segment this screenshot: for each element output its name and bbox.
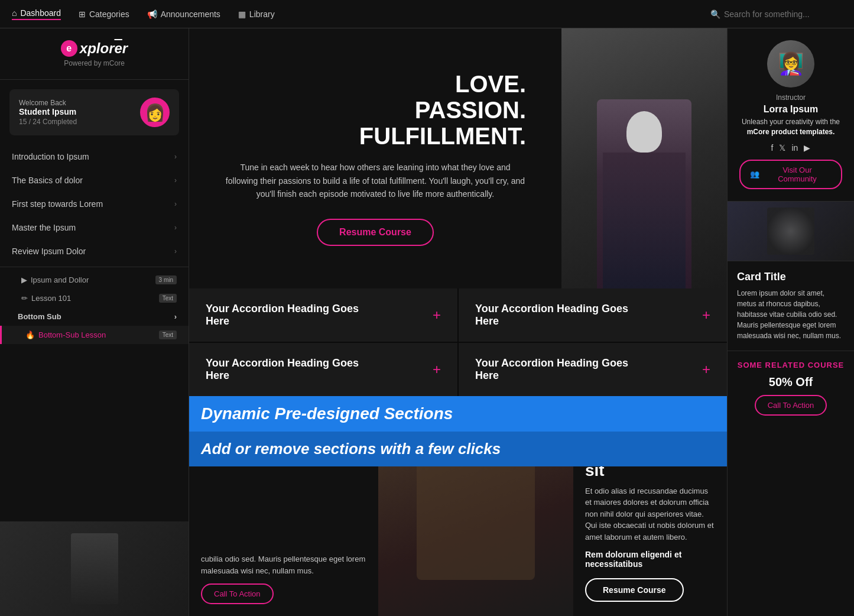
accordion-plus-icon-3: + xyxy=(433,361,441,378)
hero-image-placeholder xyxy=(561,28,727,288)
logo-text: xplorer xyxy=(80,40,128,57)
accordion-plus-icon-2: + xyxy=(702,307,710,323)
instructor-label: Instructor xyxy=(739,93,842,102)
sidebar-item-label: The Basics of dolor xyxy=(12,176,83,185)
x-icon[interactable]: 𝕏 xyxy=(779,143,785,153)
accordion-item-3[interactable]: Your Accordion Heading Goes Here + xyxy=(189,343,457,396)
hero-image xyxy=(561,28,727,288)
welcome-text: Welcome Back Student Ipsum 15 / 24 Compl… xyxy=(19,99,77,126)
lesson-item-ipsum-dollor[interactable]: ▶ Ipsum and Dollor 3 min xyxy=(0,271,189,289)
lesson-label: Lesson 101 xyxy=(31,294,71,303)
nav-dashboard-label: Dashboard xyxy=(20,8,61,18)
nav-items: Introduction to Ipsum › The Basics of do… xyxy=(0,145,189,344)
nav-divider xyxy=(0,267,189,267)
related-discount: 50% Off xyxy=(769,375,813,389)
sidebar-item-label: First step towards Lorem xyxy=(12,199,103,209)
sub-lesson-item[interactable]: 🔥 Bottom-Sub Lesson Text xyxy=(0,326,189,344)
sidebar-item-label: Master the Ipsum xyxy=(12,223,76,232)
pen-icon: ✏ xyxy=(21,294,28,303)
dynamic-banner-top-text: Dynamic Pre-designed Sections xyxy=(201,404,453,423)
accordion-plus-icon-4: + xyxy=(702,361,710,378)
sidebar-item-label: Review Ipsum Dolor xyxy=(12,247,86,256)
accordion-item-2[interactable]: Your Accordion Heading Goes Here + xyxy=(459,288,727,342)
sidebar-item-basics[interactable]: The Basics of dolor › xyxy=(0,168,189,192)
headline-line1: LOVE. xyxy=(225,71,526,97)
sidebar-logo: e xplorer Powered by mCore xyxy=(0,40,189,80)
sidebar-item-introduction[interactable]: Introduction to Ipsum › xyxy=(0,145,189,168)
card-text: Lorem ipsum dolor sit amet, metus at rho… xyxy=(737,288,845,341)
chevron-right-icon: › xyxy=(174,176,177,184)
megaphone-icon: 📢 xyxy=(147,9,157,19)
lesson-badge: 3 min xyxy=(155,275,177,284)
chevron-right-icon: › xyxy=(174,200,177,208)
accordion-item-1[interactable]: Your Accordion Heading Goes Here + xyxy=(189,288,457,342)
dynamic-banner-top: Dynamic Pre-designed Sections xyxy=(189,396,727,432)
library-icon: ▦ xyxy=(238,9,246,19)
chevron-right-icon: › xyxy=(174,312,177,321)
home-icon: ⌂ xyxy=(12,8,17,18)
related-cta-button[interactable]: Call To Action xyxy=(755,395,827,416)
sub-section[interactable]: Bottom Sub › xyxy=(0,307,189,326)
sidebar-item-review[interactable]: Review Ipsum Dolor › xyxy=(0,239,189,263)
accordion-grid: Your Accordion Heading Goes Here + Your … xyxy=(189,288,727,396)
chevron-right-icon: › xyxy=(174,247,177,255)
headline-line2: PASSION. xyxy=(225,97,526,123)
bottom-card-text: cubilia odio sed. Mauris pellentesque eg… xyxy=(201,553,366,576)
bottom-cta-button[interactable]: Call To Action xyxy=(201,583,274,604)
play-icon: ▶ xyxy=(21,275,27,284)
main-layout: e xplorer Powered by mCore Welcome Back … xyxy=(0,28,854,616)
nav-announcements[interactable]: 📢 Announcements xyxy=(147,9,220,19)
search-input[interactable] xyxy=(724,9,842,19)
nav-dashboard[interactable]: ⌂ Dashboard xyxy=(12,8,61,20)
community-icon: 👥 xyxy=(750,170,759,179)
lesson-item-101[interactable]: ✏ Lesson 101 Text xyxy=(0,289,189,307)
dynamic-banner: Dynamic Pre-designed Sections Add or rem… xyxy=(189,396,727,466)
top-navigation: ⌂ Dashboard ⊞ Categories 📢 Announcements… xyxy=(0,0,854,28)
welcome-label: Welcome Back xyxy=(19,99,77,107)
chevron-right-icon: › xyxy=(174,223,177,232)
accordion-heading-2: Your Accordion Heading Goes Here xyxy=(475,303,641,328)
visit-community-button[interactable]: 👥 Visit Our Community xyxy=(739,160,842,189)
logo: e xplorer xyxy=(61,40,128,57)
powered-by-label: Powered by mCore xyxy=(64,59,125,67)
related-label: SOME RELATED COURSE xyxy=(738,361,845,369)
resume-course-button[interactable]: Resume Course xyxy=(317,219,434,246)
sidebar-image-placeholder xyxy=(0,521,189,616)
fb-icon[interactable]: f xyxy=(771,143,774,153)
hero-section: LOVE. PASSION. FULFILLMENT. Tune in each… xyxy=(189,28,727,288)
student-name: Student Ipsum xyxy=(19,107,77,116)
sidebar-bottom-image xyxy=(0,521,189,616)
nav-library[interactable]: ▦ Library xyxy=(238,9,275,19)
youtube-icon[interactable]: ▶ xyxy=(804,143,810,153)
nav-categories-label: Categories xyxy=(89,9,129,19)
flame-icon: 🔥 xyxy=(25,330,35,339)
linkedin-icon[interactable]: in xyxy=(791,143,798,153)
hero-left: LOVE. PASSION. FULFILLMENT. Tune in each… xyxy=(189,28,561,288)
sidebar-item-label: Introduction to Ipsum xyxy=(12,152,89,161)
sidebar-item-first-step[interactable]: First step towards Lorem › xyxy=(0,192,189,216)
content-area: LOVE. PASSION. FULFILLMENT. Tune in each… xyxy=(189,28,727,616)
accordion-item-4[interactable]: Your Accordion Heading Goes Here + xyxy=(459,343,727,396)
related-course-card: SOME RELATED COURSE 50% Off Call To Acti… xyxy=(728,351,854,425)
free-gift-description: Et odio alias id recusandae ducimus et m… xyxy=(585,485,715,543)
sub-lesson-label: Bottom-Sub Lesson xyxy=(38,330,106,339)
hero-headline: LOVE. PASSION. FULFILLMENT. xyxy=(225,71,526,149)
sub-section-label: Bottom Sub xyxy=(18,312,61,321)
instructor-card: 👩‍🏫 Instructor Lorra Ipsum Unleash your … xyxy=(728,28,854,202)
progress-text: 15 / 24 Completed xyxy=(19,118,77,126)
free-gift-resume-button[interactable]: Resume Course xyxy=(585,578,684,602)
nav-categories[interactable]: ⊞ Categories xyxy=(79,9,129,19)
dynamic-banner-bottom-text: Add or remove sections with a few clicks xyxy=(201,440,501,458)
accordion-heading-4: Your Accordion Heading Goes Here xyxy=(475,357,641,382)
instructor-avatar: 👩‍🏫 xyxy=(767,40,814,87)
logo-icon: e xyxy=(61,40,77,57)
chevron-right-icon: › xyxy=(174,153,177,161)
right-sidebar: 👩‍🏫 Instructor Lorra Ipsum Unleash your … xyxy=(727,28,854,616)
sub-lesson-badge: Text xyxy=(159,330,177,339)
hero-description: Tune in each week to hear how others are… xyxy=(225,161,526,200)
sidebar-item-master[interactable]: Master the Ipsum › xyxy=(0,216,189,239)
sidebar: e xplorer Powered by mCore Welcome Back … xyxy=(0,28,189,616)
dynamic-banner-bottom: Add or remove sections with a few clicks xyxy=(189,432,727,466)
bottom-section: Dynamic Pre-designed Sections Add or rem… xyxy=(189,396,727,616)
lesson-badge: Text xyxy=(159,294,177,303)
